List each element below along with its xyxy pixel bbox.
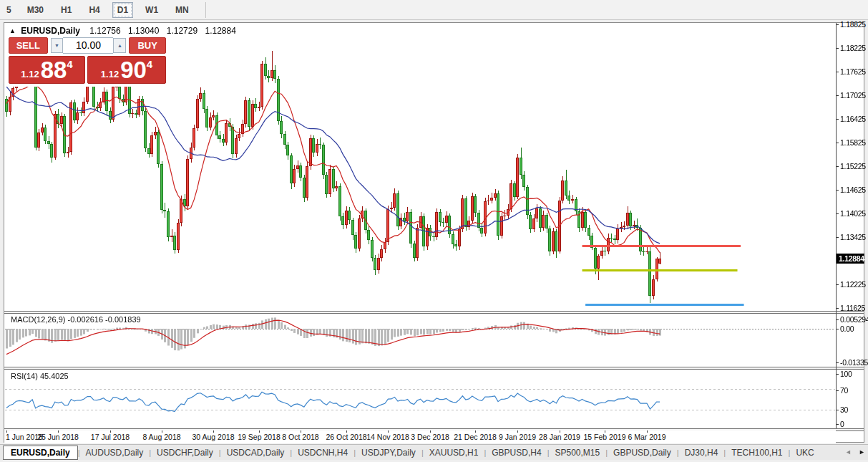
time-axis-label: 9 Jan 2019 <box>499 433 536 441</box>
tab-gbpusd-daily[interactable]: GBPUSD,Daily <box>608 446 677 459</box>
timeframe-button-h1[interactable]: H1 <box>56 2 77 18</box>
time-axis-label: 3 Dec 2018 <box>411 433 449 441</box>
axis-tick <box>837 308 839 309</box>
sell-price-box[interactable]: 1.12 88 4 <box>9 56 85 84</box>
tab-ukc[interactable]: UKC <box>790 446 819 459</box>
tick-up-icon: ▲ <box>9 27 16 34</box>
tab-xauusd-h1[interactable]: XAUUSD,H1 <box>424 446 484 459</box>
tab-usdchf-daily[interactable]: USDCHF,Daily <box>151 446 219 459</box>
price-axis-label: 1.12225 <box>840 280 866 289</box>
timeframe-button-mn[interactable]: MN <box>170 2 194 18</box>
timeframe-button-5[interactable]: 5 <box>1 2 16 18</box>
price-axis-label: 1.15825 <box>840 138 866 147</box>
ohlc-low: 1.12729 <box>167 26 198 36</box>
axis-tick <box>837 24 839 25</box>
axis-tick <box>837 119 839 120</box>
rsi-indicator-label: RSI(14) 45.4025 <box>11 372 69 380</box>
time-axis-label: 28 Jan 2019 <box>539 433 580 441</box>
rsi-axis-label: 100 <box>840 370 852 378</box>
time-axis-label: 25 Jun 2018 <box>37 433 79 441</box>
price-axis-label: 1.18825 <box>840 20 866 29</box>
pane-divider[interactable] <box>4 311 864 314</box>
buy-price-box[interactable]: 1.12 90 4 <box>87 56 166 84</box>
macd-axis-min: -0.013353 <box>840 358 868 367</box>
time-axis-label: 21 Dec 2018 <box>454 433 497 441</box>
macd-axis-max: 0.005294 <box>840 315 868 324</box>
axis-tick <box>837 190 839 191</box>
scroll-left-icon[interactable]: ◄ <box>845 448 852 456</box>
price-axis-label: 1.14625 <box>840 186 866 194</box>
price-axis-label: 1.13425 <box>840 233 866 241</box>
pane-divider[interactable] <box>4 367 864 370</box>
timeframe-button-w1[interactable]: W1 <box>140 2 163 18</box>
sell-button[interactable]: SELL <box>9 37 48 54</box>
time-axis-label: 15 Feb 2019 <box>584 433 626 441</box>
price-axis-label: 1.17625 <box>840 67 866 76</box>
axis-tick <box>837 72 839 72</box>
sell-price-prefix: 1.12 <box>21 69 39 80</box>
chart-tabs-bar: EURUSD,Daily|AUDUSD,Daily|USDCHF,Daily|U… <box>0 444 868 460</box>
axis-tick <box>837 374 839 375</box>
axis-tick <box>837 143 839 143</box>
macd-indicator-label: MACD(12,26,9) -0.002616 -0.001839 <box>11 315 141 324</box>
timeframe-button-h4[interactable]: H4 <box>84 2 104 18</box>
volume-input[interactable] <box>63 37 113 54</box>
timeframe-button-m30[interactable]: M30 <box>22 2 49 18</box>
buy-price-pip: 4 <box>147 58 152 70</box>
sell-price-pip: 4 <box>67 58 72 70</box>
volume-decrease-button[interactable]: ▼ <box>51 38 64 53</box>
ohlc-close: 1.12884 <box>205 26 236 36</box>
chart-header: ▲ EURUSD,Daily 1.12756 1.13040 1.12729 1… <box>9 26 241 36</box>
axis-tick <box>837 213 839 214</box>
timeframe-button-d1[interactable]: D1 <box>112 2 133 18</box>
time-axis[interactable]: 1 Jun 201825 Jun 201817 Jul 20188 Aug 20… <box>4 430 836 443</box>
buy-button[interactable]: BUY <box>129 37 166 54</box>
axis-tick <box>837 424 839 425</box>
chart-window: ▲ EURUSD,Daily 1.12756 1.13040 1.12729 1… <box>4 22 864 443</box>
rsi-axis-label: 0 <box>840 420 844 428</box>
tab-tech100-h1[interactable]: TECH100,H1 <box>726 446 788 459</box>
scroll-right-icon[interactable]: ► <box>859 448 865 456</box>
chevron-down-icon: ▼ <box>54 43 59 48</box>
one-click-trading-panel: SELL ▼ ▲ BUY 1.12 88 4 1.12 90 4 <box>6 34 167 87</box>
chevron-up-icon: ▲ <box>117 43 122 48</box>
price-axis-label: 1.16425 <box>840 115 866 123</box>
tab-audusd-daily[interactable]: AUDUSD,Daily <box>80 446 150 459</box>
current-price-tag: 1.12884 <box>837 254 864 264</box>
axis-tick <box>837 329 839 329</box>
axis-tick <box>837 410 839 410</box>
tab-usdcnh-h4[interactable]: USDCNH,H4 <box>292 446 353 459</box>
sell-price-big: 88 <box>41 57 67 83</box>
ohlc-high: 1.13040 <box>128 26 159 36</box>
time-axis-label: 14 Nov 2018 <box>366 433 409 441</box>
rsi-axis-label: 30 <box>840 405 848 414</box>
tab-eurusd-daily[interactable]: EURUSD,Daily <box>3 446 78 460</box>
time-axis-label: 30 Aug 2018 <box>192 433 235 441</box>
axis-tick <box>837 95 839 96</box>
time-axis-label: 17 Jul 2018 <box>91 433 130 441</box>
tab-gbpusd-h4[interactable]: GBPUSD,H4 <box>486 446 547 459</box>
volume-increase-button[interactable]: ▲ <box>113 38 126 53</box>
time-axis-label: 8 Aug 2018 <box>142 433 180 441</box>
rsi-axis-label: 70 <box>840 386 848 395</box>
time-axis-label: 19 Sep 2018 <box>238 433 281 441</box>
buy-price-big: 90 <box>120 57 147 83</box>
tab-usdjpy-daily[interactable]: USDJPY,Daily <box>356 446 421 459</box>
macd-axis-zero: 0.00 <box>840 324 854 333</box>
rsi-pane-canvas[interactable] <box>5 370 837 428</box>
symbol-label: EURUSD,Daily <box>21 26 80 36</box>
time-axis-label: 8 Oct 2018 <box>282 433 318 441</box>
tab-scroll-arrows: ◄ ► <box>845 446 865 458</box>
price-axis-label: 1.15225 <box>840 162 866 170</box>
price-axis-label: 1.11625 <box>840 304 865 312</box>
ohlc-open: 1.12756 <box>89 26 120 36</box>
tab-usdcad-daily[interactable]: USDCAD,Daily <box>221 446 291 459</box>
axis-tick <box>837 284 839 285</box>
price-axis-line <box>836 23 837 428</box>
axis-tick <box>837 319 839 320</box>
time-axis-label: 26 Oct 2018 <box>326 433 366 441</box>
axis-tick <box>837 390 839 391</box>
price-axis-label: 1.18225 <box>840 44 866 52</box>
tab-sp500-m15[interactable]: SP500,M15 <box>550 446 606 459</box>
tab-dj30-h4[interactable]: DJ30,H4 <box>679 446 724 459</box>
